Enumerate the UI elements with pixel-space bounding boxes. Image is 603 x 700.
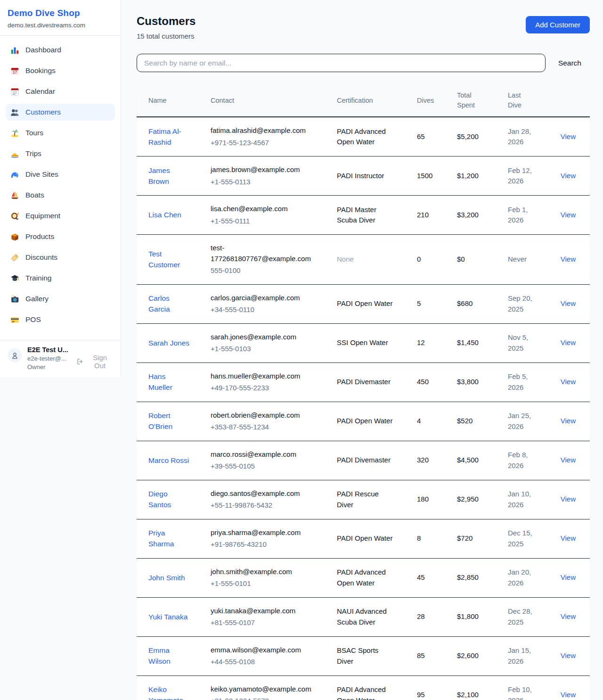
sidebar-item-gallery[interactable]: Gallery xyxy=(6,290,115,307)
customer-phone: +1-555-0101 xyxy=(211,578,326,589)
customer-certification: PADI Open Water xyxy=(337,533,392,544)
sidebar-item-bookings[interactable]: Bookings xyxy=(6,62,115,79)
customer-dives: 0 xyxy=(411,235,451,285)
customer-name-link[interactable]: Robert O'Brien xyxy=(148,410,190,432)
customer-dives: 5 xyxy=(411,284,451,323)
sidebar: Demo Dive Shop demo.test.divestreams.com… xyxy=(0,0,121,377)
customer-dives: 85 xyxy=(411,636,451,675)
shop-name[interactable]: Demo Dive Shop xyxy=(8,8,113,18)
table-header-row: Name Contact Certification Dives Total S… xyxy=(137,84,590,117)
customer-phone: +971-55-123-4567 xyxy=(211,138,326,148)
customer-dives: 12 xyxy=(411,323,451,362)
sign-out-label: Sign Out xyxy=(87,354,113,370)
customers-people-icon xyxy=(10,108,19,117)
customer-count: 15 total customers xyxy=(137,32,196,40)
customer-name-link[interactable]: John Smith xyxy=(148,572,185,583)
view-customer-link[interactable]: View xyxy=(561,255,576,263)
view-customer-link[interactable]: View xyxy=(561,378,576,386)
customer-name-link[interactable]: Test Customer xyxy=(148,248,190,271)
search-input[interactable] xyxy=(137,54,546,72)
customer-email: diego.santos@example.com xyxy=(211,488,300,499)
equipment-mask-icon xyxy=(10,212,19,221)
column-header-dives: Dives xyxy=(411,84,451,117)
customer-total-spent: $1,800 xyxy=(451,597,502,636)
customer-phone: +81-90-1234-5678 xyxy=(211,696,326,700)
view-customer-link[interactable]: View xyxy=(561,495,576,503)
customer-certification: PADI Master Scuba Diver xyxy=(337,205,393,226)
customer-phone: +34-555-0110 xyxy=(211,305,326,315)
customer-last-dive: Jan 10, 2026 xyxy=(508,489,538,510)
customer-total-spent: $2,100 xyxy=(451,675,502,700)
view-customer-link[interactable]: View xyxy=(561,691,576,699)
trips-speedboat-icon xyxy=(10,149,19,158)
pos-card-icon xyxy=(10,315,19,324)
customer-name-link[interactable]: Yuki Tanaka xyxy=(148,611,187,622)
table-row: Marco Rossi marco.rossi@example.com +39-… xyxy=(137,441,590,480)
customer-dives: 4 xyxy=(411,402,451,441)
user-name: E2E Test U... xyxy=(27,346,71,354)
customer-name-link[interactable]: Hans Mueller xyxy=(148,371,190,393)
sidebar-item-boats[interactable]: Boats xyxy=(6,187,115,204)
view-customer-link[interactable]: View xyxy=(561,338,576,346)
view-customer-link[interactable]: View xyxy=(561,132,576,140)
sidebar-item-discounts[interactable]: Discounts xyxy=(6,249,115,266)
customer-dives: 450 xyxy=(411,362,451,402)
customer-total-spent: $2,850 xyxy=(451,558,502,597)
customer-phone: +44-555-0108 xyxy=(211,657,326,667)
table-row: Diego Santos diego.santos@example.com +5… xyxy=(137,480,590,519)
view-customer-link[interactable]: View xyxy=(561,612,576,620)
view-customer-link[interactable]: View xyxy=(561,534,576,542)
search-button[interactable]: Search xyxy=(546,59,590,67)
sidebar-item-customers[interactable]: Customers xyxy=(6,104,115,121)
customer-name-link[interactable]: Carlos Garcia xyxy=(148,293,190,315)
customer-total-spent: $1,200 xyxy=(451,156,502,196)
view-customer-link[interactable]: View xyxy=(561,651,576,659)
column-header-actions xyxy=(548,84,590,117)
customer-last-dive: Dec 28, 2025 xyxy=(508,606,538,627)
customer-name-link[interactable]: Marco Rossi xyxy=(148,455,189,466)
customer-total-spent: $720 xyxy=(451,519,502,558)
customer-last-dive: Jan 28, 2026 xyxy=(508,126,538,148)
sidebar-item-pos[interactable]: POS xyxy=(6,311,115,328)
app-root: Demo Dive Shop demo.test.divestreams.com… xyxy=(0,0,603,700)
table-row: Hans Mueller hans.mueller@example.com +4… xyxy=(137,362,590,402)
customer-last-dive: Never xyxy=(508,254,527,265)
customer-email: test-1772681807767@example.com xyxy=(211,243,320,264)
table-row: Sarah Jones sarah.jones@example.com +1-5… xyxy=(137,323,590,362)
add-customer-button[interactable]: Add Customer xyxy=(526,16,590,33)
customer-total-spent: $5,200 xyxy=(451,117,502,156)
view-customer-link[interactable]: View xyxy=(561,211,576,219)
customer-dives: 95 xyxy=(411,675,451,700)
person-icon xyxy=(11,352,19,360)
sidebar-item-tours[interactable]: Tours xyxy=(6,124,115,141)
sidebar-item-products[interactable]: Products xyxy=(6,228,115,245)
view-customer-link[interactable]: View xyxy=(561,299,576,307)
customer-name-link[interactable]: Priya Sharma xyxy=(148,527,190,550)
sidebar-item-training[interactable]: Training xyxy=(6,270,115,287)
sidebar-item-equipment[interactable]: Equipment xyxy=(6,207,115,224)
view-customer-link[interactable]: View xyxy=(561,172,576,180)
dive-sites-wave-icon xyxy=(10,170,19,179)
customer-name-link[interactable]: Diego Santos xyxy=(148,488,190,511)
customer-total-spent: $680 xyxy=(451,284,502,323)
customer-total-spent: $2,600 xyxy=(451,636,502,675)
view-customer-link[interactable]: View xyxy=(561,573,576,581)
sidebar-item-trips[interactable]: Trips xyxy=(6,145,115,162)
customer-name-link[interactable]: Keiko Yamamoto xyxy=(148,684,190,700)
view-customer-link[interactable]: View xyxy=(561,417,576,425)
view-customer-link[interactable]: View xyxy=(561,456,576,464)
sidebar-item-calendar[interactable]: Calendar xyxy=(6,83,115,100)
customer-phone: +91-98765-43210 xyxy=(211,539,326,550)
customer-name-link[interactable]: James Brown xyxy=(148,165,190,187)
sign-out-button[interactable]: Sign Out xyxy=(76,354,113,370)
customer-name-link[interactable]: Sarah Jones xyxy=(148,338,189,348)
sidebar-item-dive-sites[interactable]: Dive Sites xyxy=(6,166,115,183)
customer-name-link[interactable]: Fatima Al-Rashid xyxy=(148,126,190,148)
customer-name-link[interactable]: Emma Wilson xyxy=(148,645,190,667)
customer-total-spent: $4,500 xyxy=(451,441,502,480)
customer-name-link[interactable]: Lisa Chen xyxy=(148,209,181,220)
customer-phone: +39-555-0105 xyxy=(211,461,326,472)
sidebar-item-dashboard[interactable]: Dashboard xyxy=(6,41,115,58)
customer-last-dive: Feb 10, 2026 xyxy=(508,684,538,700)
table-row: James Brown james.brown@example.com +1-5… xyxy=(137,156,590,196)
